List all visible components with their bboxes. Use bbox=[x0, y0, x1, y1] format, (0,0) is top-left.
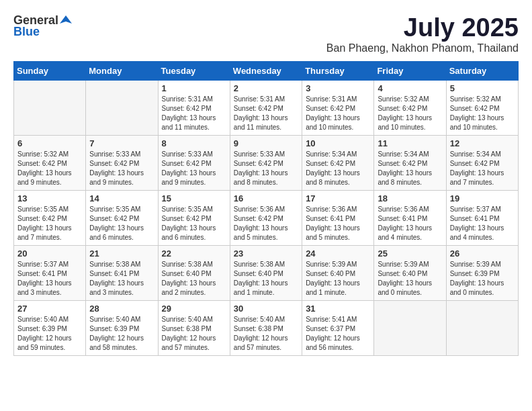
day-number: 18 bbox=[378, 193, 442, 203]
day-info: Sunrise: 5:34 AM Sunset: 6:42 PM Dayligh… bbox=[378, 150, 442, 187]
app-logo: General Blue bbox=[13, 13, 72, 39]
logo-blue-text: Blue bbox=[13, 25, 40, 39]
header-sunday: Sunday bbox=[14, 62, 86, 81]
week-row-2: 6Sunrise: 5:32 AM Sunset: 6:42 PM Daylig… bbox=[14, 136, 519, 191]
calendar-cell: 29Sunrise: 5:40 AM Sunset: 6:38 PM Dayli… bbox=[158, 301, 230, 356]
day-info: Sunrise: 5:35 AM Sunset: 6:42 PM Dayligh… bbox=[162, 205, 226, 242]
calendar-cell: 8Sunrise: 5:33 AM Sunset: 6:42 PM Daylig… bbox=[158, 136, 230, 191]
calendar-cell: 5Sunrise: 5:32 AM Sunset: 6:42 PM Daylig… bbox=[446, 81, 518, 136]
calendar-subtitle: Ban Phaeng, Nakhon Phanom, Thailand bbox=[326, 42, 519, 54]
day-number: 9 bbox=[234, 138, 298, 148]
day-number: 28 bbox=[89, 304, 154, 314]
day-info: Sunrise: 5:37 AM Sunset: 6:41 PM Dayligh… bbox=[17, 260, 82, 298]
day-info: Sunrise: 5:39 AM Sunset: 6:39 PM Dayligh… bbox=[450, 260, 515, 298]
day-number: 4 bbox=[378, 83, 442, 93]
day-number: 3 bbox=[306, 83, 370, 93]
calendar-cell: 25Sunrise: 5:39 AM Sunset: 6:40 PM Dayli… bbox=[374, 246, 446, 301]
day-number: 5 bbox=[450, 83, 515, 93]
day-info: Sunrise: 5:33 AM Sunset: 6:42 PM Dayligh… bbox=[89, 150, 154, 187]
calendar-table: SundayMondayTuesdayWednesdayThursdayFrid… bbox=[13, 61, 519, 356]
calendar-body: 1Sunrise: 5:31 AM Sunset: 6:42 PM Daylig… bbox=[14, 81, 519, 356]
day-info: Sunrise: 5:36 AM Sunset: 6:42 PM Dayligh… bbox=[234, 205, 298, 242]
calendar-cell: 15Sunrise: 5:35 AM Sunset: 6:42 PM Dayli… bbox=[158, 191, 230, 246]
calendar-cell: 4Sunrise: 5:32 AM Sunset: 6:42 PM Daylig… bbox=[374, 81, 446, 136]
day-info: Sunrise: 5:34 AM Sunset: 6:42 PM Dayligh… bbox=[450, 150, 515, 187]
calendar-cell: 11Sunrise: 5:34 AM Sunset: 6:42 PM Dayli… bbox=[374, 136, 446, 191]
calendar-cell: 10Sunrise: 5:34 AM Sunset: 6:42 PM Dayli… bbox=[302, 136, 374, 191]
calendar-cell: 7Sunrise: 5:33 AM Sunset: 6:42 PM Daylig… bbox=[86, 136, 158, 191]
calendar-cell: 3Sunrise: 5:31 AM Sunset: 6:42 PM Daylig… bbox=[302, 81, 374, 136]
day-number: 11 bbox=[378, 138, 442, 148]
header-thursday: Thursday bbox=[302, 62, 374, 81]
header-saturday: Saturday bbox=[446, 62, 518, 81]
day-info: Sunrise: 5:38 AM Sunset: 6:40 PM Dayligh… bbox=[162, 260, 226, 298]
day-number: 20 bbox=[17, 248, 82, 259]
calendar-cell: 22Sunrise: 5:38 AM Sunset: 6:40 PM Dayli… bbox=[158, 246, 230, 301]
day-number: 26 bbox=[450, 248, 515, 259]
day-info: Sunrise: 5:40 AM Sunset: 6:39 PM Dayligh… bbox=[89, 315, 154, 353]
day-info: Sunrise: 5:40 AM Sunset: 6:38 PM Dayligh… bbox=[162, 315, 226, 353]
calendar-cell bbox=[86, 81, 158, 136]
calendar-cell: 21Sunrise: 5:38 AM Sunset: 6:41 PM Dayli… bbox=[86, 246, 158, 301]
day-number: 12 bbox=[450, 138, 515, 148]
calendar-cell: 12Sunrise: 5:34 AM Sunset: 6:42 PM Dayli… bbox=[446, 136, 518, 191]
calendar-cell bbox=[446, 301, 518, 356]
day-number: 29 bbox=[162, 304, 226, 314]
calendar-cell: 16Sunrise: 5:36 AM Sunset: 6:42 PM Dayli… bbox=[230, 191, 302, 246]
day-number: 23 bbox=[234, 248, 298, 259]
day-info: Sunrise: 5:32 AM Sunset: 6:42 PM Dayligh… bbox=[450, 95, 515, 132]
calendar-cell: 28Sunrise: 5:40 AM Sunset: 6:39 PM Dayli… bbox=[86, 301, 158, 356]
day-info: Sunrise: 5:39 AM Sunset: 6:40 PM Dayligh… bbox=[306, 260, 370, 298]
calendar-header: SundayMondayTuesdayWednesdayThursdayFrid… bbox=[14, 62, 519, 81]
header-friday: Friday bbox=[374, 62, 446, 81]
week-row-4: 20Sunrise: 5:37 AM Sunset: 6:41 PM Dayli… bbox=[14, 246, 519, 301]
day-number: 19 bbox=[450, 193, 515, 203]
day-info: Sunrise: 5:39 AM Sunset: 6:40 PM Dayligh… bbox=[378, 260, 442, 298]
header-row: SundayMondayTuesdayWednesdayThursdayFrid… bbox=[14, 62, 519, 81]
calendar-cell: 18Sunrise: 5:36 AM Sunset: 6:41 PM Dayli… bbox=[374, 191, 446, 246]
day-number: 27 bbox=[17, 304, 82, 314]
calendar-title-section: July 2025 Ban Phaeng, Nakhon Phanom, Tha… bbox=[326, 13, 519, 54]
day-info: Sunrise: 5:31 AM Sunset: 6:42 PM Dayligh… bbox=[234, 95, 298, 132]
day-info: Sunrise: 5:34 AM Sunset: 6:42 PM Dayligh… bbox=[306, 150, 370, 187]
day-number: 7 bbox=[89, 138, 154, 148]
calendar-cell bbox=[14, 81, 86, 136]
day-number: 6 bbox=[17, 138, 82, 148]
week-row-3: 13Sunrise: 5:35 AM Sunset: 6:42 PM Dayli… bbox=[14, 191, 519, 246]
calendar-cell: 13Sunrise: 5:35 AM Sunset: 6:42 PM Dayli… bbox=[14, 191, 86, 246]
header-tuesday: Tuesday bbox=[158, 62, 230, 81]
day-info: Sunrise: 5:31 AM Sunset: 6:42 PM Dayligh… bbox=[162, 95, 226, 132]
day-number: 1 bbox=[162, 83, 226, 93]
day-number: 17 bbox=[306, 193, 370, 203]
day-number: 13 bbox=[17, 193, 82, 203]
day-info: Sunrise: 5:32 AM Sunset: 6:42 PM Dayligh… bbox=[378, 95, 442, 132]
day-info: Sunrise: 5:32 AM Sunset: 6:42 PM Dayligh… bbox=[17, 150, 82, 187]
day-number: 21 bbox=[89, 248, 154, 259]
calendar-cell: 14Sunrise: 5:35 AM Sunset: 6:42 PM Dayli… bbox=[86, 191, 158, 246]
calendar-cell: 24Sunrise: 5:39 AM Sunset: 6:40 PM Dayli… bbox=[302, 246, 374, 301]
day-info: Sunrise: 5:31 AM Sunset: 6:42 PM Dayligh… bbox=[306, 95, 370, 132]
calendar-cell: 19Sunrise: 5:37 AM Sunset: 6:41 PM Dayli… bbox=[446, 191, 518, 246]
calendar-cell: 31Sunrise: 5:41 AM Sunset: 6:37 PM Dayli… bbox=[302, 301, 374, 356]
day-info: Sunrise: 5:41 AM Sunset: 6:37 PM Dayligh… bbox=[306, 315, 370, 353]
day-number: 16 bbox=[234, 193, 298, 203]
calendar-title: July 2025 bbox=[326, 13, 519, 42]
day-info: Sunrise: 5:35 AM Sunset: 6:42 PM Dayligh… bbox=[17, 205, 82, 242]
calendar-cell: 1Sunrise: 5:31 AM Sunset: 6:42 PM Daylig… bbox=[158, 81, 230, 136]
calendar-cell: 9Sunrise: 5:33 AM Sunset: 6:42 PM Daylig… bbox=[230, 136, 302, 191]
day-number: 10 bbox=[306, 138, 370, 148]
day-info: Sunrise: 5:40 AM Sunset: 6:38 PM Dayligh… bbox=[234, 315, 298, 353]
day-info: Sunrise: 5:33 AM Sunset: 6:42 PM Dayligh… bbox=[234, 150, 298, 187]
calendar-cell: 27Sunrise: 5:40 AM Sunset: 6:39 PM Dayli… bbox=[14, 301, 86, 356]
header-monday: Monday bbox=[86, 62, 158, 81]
day-info: Sunrise: 5:38 AM Sunset: 6:40 PM Dayligh… bbox=[234, 260, 298, 298]
day-number: 25 bbox=[378, 248, 442, 259]
day-info: Sunrise: 5:33 AM Sunset: 6:42 PM Dayligh… bbox=[162, 150, 226, 187]
calendar-cell: 30Sunrise: 5:40 AM Sunset: 6:38 PM Dayli… bbox=[230, 301, 302, 356]
day-info: Sunrise: 5:36 AM Sunset: 6:41 PM Dayligh… bbox=[306, 205, 370, 242]
day-number: 2 bbox=[234, 83, 298, 93]
day-number: 30 bbox=[234, 304, 298, 314]
day-number: 22 bbox=[162, 248, 226, 259]
page-header: General Blue July 2025 Ban Phaeng, Nakho… bbox=[13, 13, 519, 54]
day-info: Sunrise: 5:36 AM Sunset: 6:41 PM Dayligh… bbox=[378, 205, 442, 242]
